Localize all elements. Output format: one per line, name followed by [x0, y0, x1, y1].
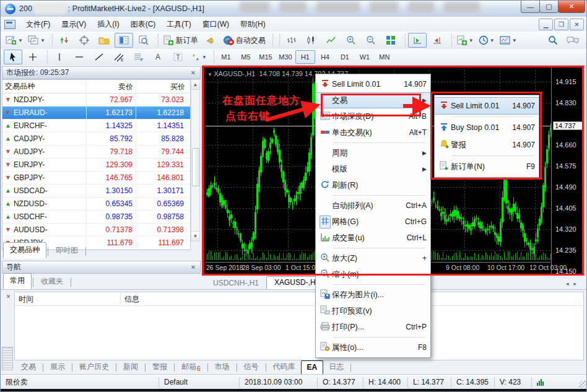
profile-folder-button[interactable]	[95, 33, 113, 48]
market-watch-row-eurchf[interactable]: ▲EURCHF-1.143251.14351	[2, 120, 190, 133]
terminal-tab-7[interactable]: 信号	[238, 360, 264, 375]
timeframe-m1[interactable]: M1	[216, 50, 236, 64]
market-watch-row-nzdusd[interactable]: ▲NZDUSD-0.653450.65369	[2, 198, 190, 211]
trade-submenu-item-sell-limit[interactable]: Sell Limit 0.0114.907	[435, 97, 539, 115]
terminal-tab-1[interactable]: 展示	[45, 360, 71, 375]
context-menu-item-zoom-in[interactable]: 放大(Z)+	[316, 250, 430, 266]
profiles-button-caret-icon[interactable]: ▼	[40, 38, 45, 43]
horizontal-line-tool-button[interactable]	[70, 50, 89, 64]
menu-item-6[interactable]: 帮助(H)	[235, 17, 271, 32]
arrows-tool-button-caret-icon[interactable]: ▼	[202, 54, 207, 60]
market-watch-row-nzdjpy[interactable]: ▼NZDJPY-72.96773.023	[2, 94, 190, 107]
context-menu-item-depth-of-market[interactable]: 市场深度(D)Alt+B	[316, 108, 430, 124]
child-minimize-button[interactable]: ▁	[539, 19, 553, 30]
templates-button[interactable]: ▼	[498, 33, 519, 48]
terminal-tab-3[interactable]: 新闻	[118, 360, 144, 375]
context-menu-item-zoom-out[interactable]: 缩小(m)-	[316, 266, 430, 282]
scrollbar-thumb[interactable]	[192, 148, 200, 186]
close-button[interactable]: ✕	[558, 1, 585, 13]
new-order-button[interactable]: 新订单	[161, 33, 200, 48]
market-watch-row-eurjpy[interactable]: ▼EURJPY-129.309129.331	[2, 159, 190, 172]
bar-chart-button[interactable]	[282, 33, 301, 48]
fibonacci-tool-button[interactable]: F	[129, 50, 148, 64]
restore-button[interactable]: ▢	[539, 1, 559, 13]
scroll-down-icon[interactable]: ▼	[191, 231, 199, 241]
context-menu-item-print-preview[interactable]: 打印预览(v)	[316, 303, 430, 319]
timeframe-mn[interactable]: MN	[375, 50, 394, 64]
cursor-tool-button[interactable]	[4, 50, 22, 64]
chart-system-menu-icon[interactable]	[4, 20, 15, 29]
resize-grip[interactable]	[579, 381, 587, 389]
candlestick-chart-button[interactable]	[302, 33, 321, 48]
zoom-out-button[interactable]	[362, 33, 380, 48]
news-button[interactable]	[201, 33, 220, 48]
navigator-close-icon[interactable]: ✕	[189, 263, 198, 272]
context-menu-item-save-as-picture[interactable]: 保存为图片(i)...	[316, 287, 430, 303]
terminal-tab-5[interactable]: 邮箱6	[176, 360, 206, 375]
child-close-button[interactable]: ✕	[570, 19, 584, 30]
templates-button-caret-icon[interactable]: ▼	[512, 38, 517, 43]
context-menu-item-refresh[interactable]: 刷新(R)	[316, 177, 430, 193]
zoom-in-button[interactable]	[342, 33, 360, 48]
arrows-tool-button[interactable]: ▼	[189, 50, 209, 64]
timeframe-d1[interactable]: D1	[335, 50, 355, 64]
search-button[interactable]	[544, 33, 562, 48]
timeframe-m30[interactable]: M30	[276, 50, 295, 64]
data-window-button[interactable]	[134, 33, 153, 48]
profiles-button[interactable]: ▼	[26, 33, 47, 48]
market-watch-tab-1[interactable]: 即时图	[50, 243, 84, 258]
terminal-tab-2[interactable]: 账户历史	[74, 360, 115, 375]
navigator-tab-0[interactable]: 常用	[3, 273, 32, 289]
trade-submenu-item-alert[interactable]: 警报14.907	[435, 136, 539, 154]
timeframe-w1[interactable]: W1	[355, 50, 375, 64]
market-watch-row-usdcad[interactable]: ▲USDCAD-1.301501.30171	[2, 185, 190, 198]
terminal-tab-8[interactable]: 代码库	[267, 360, 301, 375]
market-watch-row-euraud[interactable]: ▼EURAUD-1.621731.62218	[2, 107, 190, 120]
timeframe-h4[interactable]: H4	[315, 50, 335, 64]
trendline-tool-button[interactable]	[90, 50, 108, 64]
context-menu-item-print[interactable]: 打印(P)...Ctrl+P	[316, 319, 430, 335]
auto-scroll-button[interactable]	[408, 33, 427, 48]
market-watch-tab-0[interactable]: 交易品种	[3, 242, 46, 258]
line-chart-button[interactable]	[322, 33, 341, 48]
trade-submenu-item-buy-stop[interactable]: Buy Stop 0.0114.907	[435, 119, 539, 136]
terminal-tab-4[interactable]: 警报	[147, 360, 173, 375]
channel-tool-button[interactable]: E	[110, 50, 128, 64]
chart-tab-0[interactable]: USDCNH-,H1	[206, 277, 266, 289]
indicators-button[interactable]: ▼	[454, 33, 476, 48]
timeframe-m15[interactable]: M15	[256, 50, 276, 64]
market-watch-scrollbar[interactable]: ▲ ▼	[191, 79, 200, 242]
context-menu-item-properties[interactable]: 属性(o)...F8	[316, 339, 430, 355]
child-restore-button[interactable]: ❐	[554, 19, 568, 30]
new-chart-button[interactable]: ▼	[4, 33, 25, 48]
market-watch-close-icon[interactable]: ✕	[189, 69, 198, 77]
terminal-tab-6[interactable]: 市场	[209, 360, 235, 375]
terminal-tab-9[interactable]: EA	[301, 360, 324, 375]
context-menu-item-periods[interactable]: 周期▶	[316, 145, 430, 161]
context-menu-item-templates[interactable]: 模版▶	[316, 161, 430, 177]
text-tool-button[interactable]: A	[149, 50, 168, 64]
crosshair-target-button[interactable]	[75, 33, 93, 48]
context-menu-item-sell-limit[interactable]: Sell Limit 0.0114.907	[316, 76, 430, 92]
context-menu-item-volumes[interactable]: 成交量(u)Ctrl+L	[316, 230, 430, 246]
crosshair-tool-button[interactable]	[24, 50, 42, 64]
context-menu-item-auto-arrange[interactable]: 自动排列(A)Ctrl+A	[316, 198, 430, 214]
new-chart-button-caret-icon[interactable]: ▼	[18, 38, 23, 43]
label-tool-button[interactable]: T	[169, 50, 188, 64]
community-chat-button[interactable]	[563, 33, 582, 48]
tab-scroll-icons[interactable]: ◂▸	[566, 281, 581, 287]
tick-chart-button[interactable]	[55, 33, 74, 48]
trade-submenu-item-new-order[interactable]: 新订单(N)F9	[435, 158, 539, 175]
timeframe-m5[interactable]: M5	[236, 50, 256, 64]
terminal-tab-0[interactable]: 交易	[15, 360, 41, 375]
menu-item-1[interactable]: 显示(V)	[56, 17, 92, 32]
vertical-line-tool-button[interactable]	[50, 50, 69, 64]
minimize-button[interactable]: —	[521, 1, 540, 13]
context-menu-item-trade[interactable]: 交易▶	[316, 92, 430, 108]
market-watch-row-audjpy[interactable]: ▼AUDJPY-79.71879.744	[2, 146, 190, 159]
menu-item-5[interactable]: 窗口(W)	[197, 17, 235, 32]
navigator-tab-1[interactable]: 收藏夹	[35, 274, 69, 289]
context-menu-item-one-click-trading[interactable]: 单击交易(k)Alt+T	[316, 124, 430, 141]
periods-button[interactable]: ▼	[477, 33, 497, 48]
column-time[interactable]: 时间	[15, 292, 121, 305]
